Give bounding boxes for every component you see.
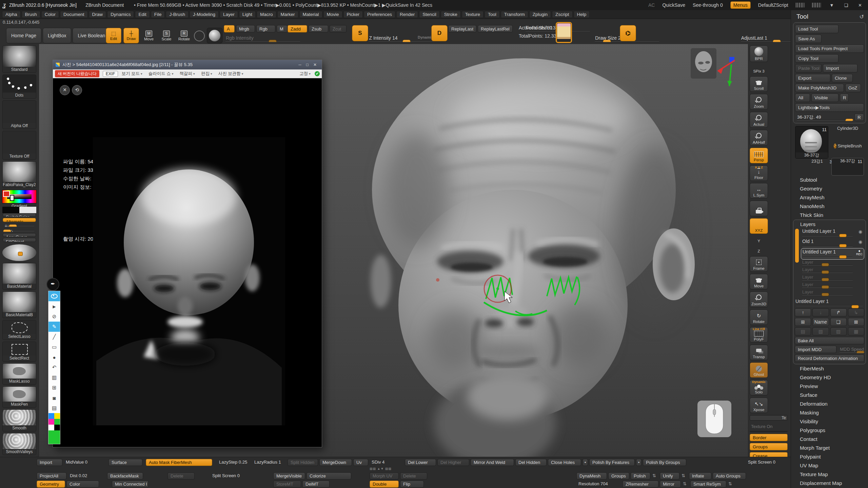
line-tool-icon[interactable]: ╱: [48, 332, 60, 342]
viewer-close-overlay-button[interactable]: ✕: [60, 85, 70, 95]
default-zscript-button[interactable]: DefaultZScript: [758, 2, 788, 8]
bottom-button[interactable]: Del Lower: [405, 459, 436, 466]
replay-last-button[interactable]: ReplayLast: [448, 25, 476, 33]
lightbox-button[interactable]: LightBox: [43, 28, 71, 43]
layer-arrow-button[interactable]: ↓: [812, 308, 829, 317]
layer-tool-button[interactable]: ⊠: [848, 318, 864, 326]
menu-item[interactable]: Zscript: [552, 11, 573, 18]
layer-tool-button[interactable]: Name: [812, 318, 829, 326]
menu-item[interactable]: Draw: [89, 11, 106, 18]
tool-thumb-23[interactable]: 3 23강1: [801, 159, 833, 176]
switch-color-button[interactable]: SwitchColor: [3, 213, 36, 217]
viewer-restore-button[interactable]: □: [304, 62, 311, 67]
bottom-button[interactable]: Morph UV: [370, 472, 399, 480]
import-mdd-button[interactable]: Import MDD: [795, 346, 836, 353]
layer-row[interactable]: Layer: [801, 274, 864, 282]
rotate-mode-button[interactable]: R Rotate: [176, 28, 192, 43]
layer-arrow-button[interactable]: ↳: [848, 308, 864, 317]
tool-panel-section[interactable]: Deformation: [791, 400, 868, 408]
layer-row[interactable]: Layer: [801, 282, 864, 289]
bottom-button[interactable]: Unify: [660, 472, 679, 480]
layer-tool-button[interactable]: ▩: [848, 327, 864, 336]
bottom-button[interactable]: ProjectAll: [37, 472, 66, 480]
y-rotation-button[interactable]: Y: [750, 236, 768, 244]
scale-mode-button[interactable]: S Scale: [159, 28, 174, 43]
highlighter-icon[interactable]: ✎: [48, 322, 60, 332]
tool-panel-section[interactable]: Geometry HD: [791, 373, 868, 382]
tool-panel-section[interactable]: Surface: [791, 391, 868, 400]
bottom-button[interactable]: SDiv 4: [370, 459, 403, 466]
timer-off-icon[interactable]: ⊘: [48, 311, 60, 322]
menu-item[interactable]: J-Brush: [166, 11, 189, 18]
tool-panel-section[interactable]: FiberMesh: [791, 364, 868, 373]
floor-button[interactable]: X Y Z ↓ Floor: [750, 165, 768, 181]
bottom-button[interactable]: Mirror: [660, 481, 681, 488]
menu-item[interactable]: Help: [574, 11, 590, 18]
alternate-button[interactable]: Alternate: [3, 218, 36, 222]
viewer-menu-item[interactable]: 보기 모드: [121, 71, 142, 77]
material-basic-b[interactable]: BasicMaterialB: [2, 291, 36, 318]
pen-tool-fab[interactable]: ✒: [46, 278, 59, 291]
layers-section-title[interactable]: Layers: [795, 221, 864, 228]
menu-item[interactable]: Brush: [22, 11, 40, 18]
viewer-minimize-button[interactable]: ─: [296, 62, 304, 67]
groups-button[interactable]: Groups: [750, 443, 788, 450]
viewer-menu-item[interactable]: 슬라이드 쇼: [149, 71, 174, 77]
bottom-button[interactable]: Auto Mask FiberMesh: [146, 459, 212, 466]
menu-item[interactable]: Dynamics: [107, 11, 134, 18]
bottom-button[interactable]: Resolution 704: [576, 481, 621, 488]
rotate-3d-button[interactable]: ↻ Rotate: [750, 309, 768, 325]
bottom-button[interactable]: LazyStep 0.25: [217, 459, 251, 466]
bottom-button[interactable]: Polish: [631, 472, 650, 480]
annotator-current-color[interactable]: [48, 430, 60, 444]
alpha-off[interactable]: Alpha Off: [2, 100, 36, 129]
cam-lock-button[interactable]: [750, 201, 768, 216]
brush-mask-pen[interactable]: MaskPen: [2, 386, 36, 408]
xpose-button[interactable]: ↖↘ Xpose: [750, 398, 768, 413]
stroke-dots[interactable]: Dots: [2, 75, 36, 99]
menu-item[interactable]: Tool: [485, 11, 500, 18]
zoom-button[interactable]: Zoom: [750, 94, 768, 110]
brush-icon[interactable]: S: [352, 25, 368, 41]
transp-button[interactable]: Transp: [750, 345, 768, 360]
brush-select-rect[interactable]: SelectRect: [2, 342, 36, 362]
bottom-button[interactable]: LazyRadius 1: [252, 459, 286, 466]
close-button[interactable]: ✕: [857, 3, 863, 8]
layer-arrow-button[interactable]: ↑: [795, 308, 811, 317]
rec-indicator[interactable]: REC: [856, 249, 863, 256]
tool-thumb-3637[interactable]: 11 36-37강: [831, 158, 864, 176]
persp-button[interactable]: Dynamic Persp: [750, 148, 768, 163]
menu-item[interactable]: J-Modeling: [190, 11, 219, 18]
main-color-swatch[interactable]: [2, 207, 19, 213]
tool-panel-section[interactable]: Polygroups: [791, 426, 868, 435]
pin-check-icon[interactable]: ✔: [315, 71, 320, 76]
menu-item[interactable]: Preferences: [364, 11, 395, 18]
eye-icon[interactable]: ◉: [859, 229, 862, 234]
bottom-button[interactable]: ⇅: [728, 481, 734, 488]
divider-grip-icon[interactable]: [812, 3, 821, 7]
color-swatch[interactable]: [48, 413, 54, 419]
menu-item[interactable]: Document: [60, 11, 88, 18]
tool-panel-button[interactable]: GoZ: [845, 84, 861, 92]
bottom-button[interactable]: ZRemesher: [623, 481, 658, 488]
layer-tool-button[interactable]: ▤: [795, 327, 811, 336]
mdd-speed-slider[interactable]: MDD Speed: [838, 346, 864, 353]
tool-panel-section[interactable]: Contact: [791, 435, 868, 444]
tool-panel-button[interactable]: Lightbox▶Tools: [795, 103, 864, 112]
menu-item[interactable]: Movie: [323, 11, 342, 18]
bottom-button[interactable]: Polish By Groups: [643, 459, 686, 466]
color-swatch[interactable]: [48, 419, 54, 425]
bottom-button[interactable]: Min Connected I: [112, 481, 149, 488]
bottom-button[interactable]: BackfaceMask: [107, 472, 143, 480]
layer-row[interactable]: Old 1 ◉: [801, 238, 864, 248]
tool-panel-button[interactable]: Load Tools From Project: [795, 44, 864, 53]
layer-tool-button[interactable]: ▨: [830, 327, 847, 336]
see-through-slider[interactable]: See-through 0: [693, 2, 723, 8]
tool-panel-section[interactable]: UV Map: [791, 461, 868, 470]
bottom-button[interactable]: Del Hidden: [515, 459, 547, 466]
bottom-button[interactable]: Split Hidden: [288, 459, 318, 466]
layer-row[interactable]: Untitled Layer 1 REC: [801, 248, 864, 260]
menu-item[interactable]: Texture: [462, 11, 484, 18]
camera-icon[interactable]: ◙: [48, 393, 60, 403]
zsub-button[interactable]: Zsub: [309, 25, 328, 33]
